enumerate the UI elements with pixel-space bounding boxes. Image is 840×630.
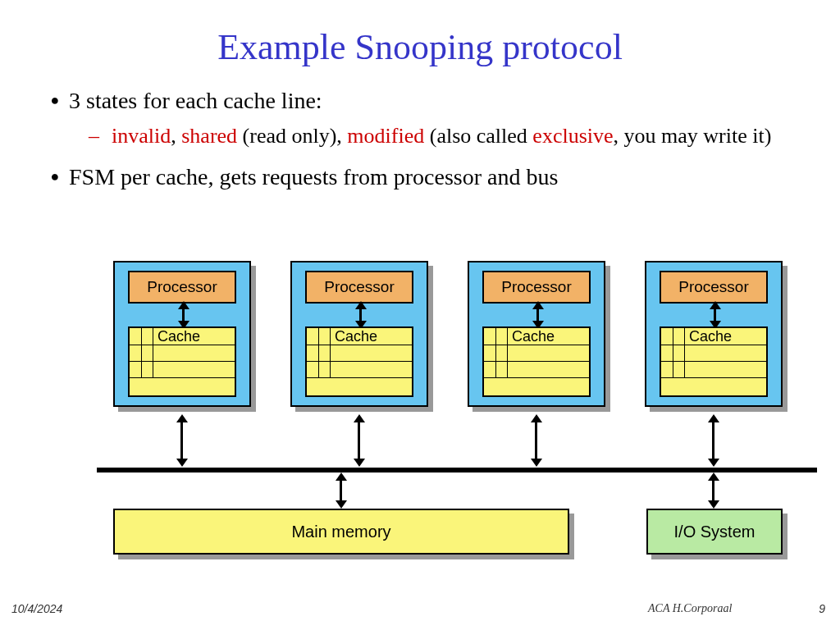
footer-date: 10/4/2024 bbox=[11, 602, 62, 615]
processor-unit: Processor Cache bbox=[468, 261, 605, 407]
cache-box: Cache bbox=[128, 326, 236, 397]
processor-box: Processor bbox=[128, 271, 236, 304]
bullet-1-sub-text: invalid, shared (read only), modified (a… bbox=[112, 121, 771, 150]
bullet-2-text: FSM per cache, gets requests from proces… bbox=[69, 162, 558, 193]
bullet-1: ● 3 states for each cache line: bbox=[41, 85, 807, 116]
processor-box: Processor bbox=[660, 271, 768, 304]
state-modified: modified bbox=[347, 124, 424, 148]
architecture-diagram: Processor Cache Processor Cache Processo… bbox=[0, 261, 840, 630]
bullet-icon: ● bbox=[41, 162, 69, 193]
arrow-unit-bus-icon bbox=[712, 421, 714, 460]
cache-box: Cache bbox=[482, 326, 591, 397]
dash-icon: – bbox=[89, 121, 112, 150]
state-invalid: invalid bbox=[112, 124, 171, 148]
footer-author: ACA H.Corporaal bbox=[648, 602, 732, 615]
cache-label: Cache bbox=[512, 328, 555, 345]
cache-box: Cache bbox=[660, 326, 768, 397]
bullet-icon: ● bbox=[41, 85, 69, 116]
processor-unit: Processor Cache bbox=[645, 261, 783, 407]
processor-unit: Processor Cache bbox=[290, 261, 428, 407]
processor-box: Processor bbox=[305, 271, 413, 304]
arrow-unit-bus-icon bbox=[358, 421, 360, 460]
cache-label: Cache bbox=[158, 328, 200, 345]
arrow-proc-cache-icon bbox=[536, 308, 539, 322]
arrow-unit-bus-icon bbox=[535, 421, 537, 460]
arrow-proc-cache-icon bbox=[182, 308, 185, 322]
footer-page: 9 bbox=[819, 602, 825, 615]
main-memory-box: Main memory bbox=[113, 509, 569, 555]
arrow-unit-bus-icon bbox=[180, 421, 183, 460]
cache-label: Cache bbox=[335, 328, 377, 345]
arrow-bus-memory-icon bbox=[340, 479, 342, 502]
slide: Example Snooping protocol ● 3 states for… bbox=[0, 0, 840, 630]
state-exclusive: exclusive bbox=[532, 124, 613, 148]
io-system-box: I/O System bbox=[646, 509, 783, 555]
bullet-2: ● FSM per cache, gets requests from proc… bbox=[41, 162, 807, 193]
bullet-1-text: 3 states for each cache line: bbox=[69, 85, 322, 116]
arrow-proc-cache-icon bbox=[714, 308, 716, 322]
slide-title: Example Snooping protocol bbox=[0, 26, 840, 68]
processor-box: Processor bbox=[482, 271, 591, 304]
bullet-1-sub: – invalid, shared (read only), modified … bbox=[89, 121, 807, 150]
arrow-bus-io-icon bbox=[712, 479, 714, 502]
arrow-proc-cache-icon bbox=[359, 308, 362, 322]
cache-box: Cache bbox=[305, 326, 413, 397]
processor-unit: Processor Cache bbox=[113, 261, 251, 407]
state-shared: shared bbox=[181, 124, 237, 148]
cache-label: Cache bbox=[689, 328, 732, 345]
bullet-list: ● 3 states for each cache line: – invali… bbox=[41, 85, 807, 193]
